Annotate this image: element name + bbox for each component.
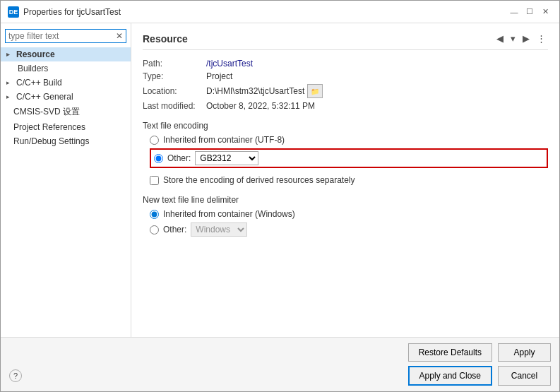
encoding-select[interactable]: GB2312 UTF-8 ISO-8859-1 US-ASCII: [195, 151, 258, 165]
modified-value: October 8, 2022, 5:32:11 PM: [206, 101, 315, 111]
modified-label: Last modified:: [143, 101, 206, 111]
bottom-row-bottom: ? Apply and Close Cancel: [9, 366, 551, 386]
sidebar-item-label-cmsis-svd: CMSIS-SVD 设置: [13, 106, 80, 118]
main-content: Resource ◀ ▾ ▶ ⋮ Path: /tjcUsartTest Typ…: [131, 23, 559, 337]
title-bar: DE Properties for tjcUsartTest — ☐ ✕: [1, 1, 559, 23]
store-encoding-checkbox[interactable]: [150, 176, 159, 185]
cancel-button[interactable]: Cancel: [498, 366, 551, 386]
nav-forward-button[interactable]: ▶: [520, 32, 532, 45]
other-encoding-container: Other: GB2312 UTF-8 ISO-8859-1 US-ASCII: [150, 148, 548, 168]
type-label: Type:: [143, 71, 206, 81]
sidebar-item-builders[interactable]: Builders: [1, 61, 131, 76]
title-controls: — ☐ ✕: [507, 6, 552, 18]
path-value: /tjcUsartTest: [206, 59, 253, 69]
sidebar: ✕ ▸ Resource Builders ▸ C/C++ Build ▸ C/…: [1, 23, 131, 337]
delimiter-select[interactable]: Windows Unix Mac: [191, 222, 247, 237]
apply-button[interactable]: Apply: [498, 343, 551, 362]
encoding-inherited-radio[interactable]: [150, 136, 159, 145]
apply-and-close-button[interactable]: Apply and Close: [408, 366, 492, 386]
restore-defaults-button[interactable]: Restore Defaults: [408, 343, 492, 362]
filter-clear-button[interactable]: ✕: [116, 32, 123, 40]
delimiter-other-label: Other:: [163, 225, 186, 234]
sidebar-item-project-references[interactable]: Project References: [1, 120, 131, 134]
store-encoding-row: Store the encoding of derived resources …: [150, 175, 548, 185]
sidebar-item-label-builders: Builders: [18, 64, 48, 73]
location-label: Location:: [143, 86, 206, 96]
type-row: Type: Project: [143, 71, 548, 81]
sidebar-item-label-project-references: Project References: [13, 122, 85, 132]
filter-box[interactable]: ✕: [5, 29, 126, 43]
path-label: Path:: [143, 59, 206, 69]
location-value: D:\HMI\stm32\tjcUsartTest: [206, 86, 304, 96]
path-row: Path: /tjcUsartTest: [143, 59, 548, 69]
close-button[interactable]: ✕: [538, 6, 552, 18]
maximize-button[interactable]: ☐: [523, 6, 537, 18]
sidebar-item-run-debug[interactable]: Run/Debug Settings: [1, 134, 131, 148]
delimiter-other-radio[interactable]: [150, 225, 159, 234]
title-bar-left: DE Properties for tjcUsartTest: [8, 6, 121, 18]
help-button[interactable]: ?: [9, 369, 22, 382]
expand-arrow-resource: ▸: [6, 51, 13, 58]
encoding-other-radio[interactable]: [154, 154, 163, 163]
inherited-encoding-row: Inherited from container (UTF-8): [150, 135, 548, 145]
type-value: Project: [206, 71, 232, 81]
location-row: Location: D:\HMI\stm32\tjcUsartTest 📁: [143, 84, 548, 98]
expand-arrow-cpp-general: ▸: [6, 93, 13, 100]
delimiter-inherited-radio[interactable]: [150, 210, 159, 219]
browse-button[interactable]: 📁: [307, 84, 323, 98]
main-title: Resource: [143, 33, 188, 44]
sidebar-item-label-run-debug: Run/Debug Settings: [13, 136, 89, 146]
dialog-body: ✕ ▸ Resource Builders ▸ C/C++ Build ▸ C/…: [1, 23, 559, 337]
delimiter-section-title: New text file line delimiter: [143, 195, 548, 205]
sidebar-item-resource[interactable]: ▸ Resource: [1, 47, 131, 61]
encoding-inherited-label: Inherited from container (UTF-8): [163, 135, 285, 145]
encoding-other-label: Other:: [167, 153, 191, 163]
nav-menu-button[interactable]: ⋮: [535, 32, 548, 45]
main-header: Resource ◀ ▾ ▶ ⋮: [143, 32, 548, 50]
nav-back-button[interactable]: ◀: [494, 32, 506, 45]
encoding-section-title: Text file encoding: [143, 121, 548, 131]
delimiter-inherited-label: Inherited from container (Windows): [163, 209, 295, 219]
filter-input[interactable]: [8, 31, 116, 41]
sidebar-item-cpp-build[interactable]: ▸ C/C++ Build: [1, 76, 131, 90]
app-icon: DE: [8, 6, 19, 18]
properties-dialog: DE Properties for tjcUsartTest — ☐ ✕ ✕ ▸…: [0, 0, 560, 392]
other-delimiter-row: Other: Windows Unix Mac: [150, 222, 548, 237]
sidebar-item-label-resource: Resource: [16, 49, 55, 59]
nav-icons: ◀ ▾ ▶ ⋮: [494, 32, 548, 45]
sidebar-item-label-cpp-build: C/C++ Build: [16, 78, 62, 88]
sidebar-item-label-cpp-general: C/C++ General: [16, 92, 73, 102]
sidebar-item-cpp-general[interactable]: ▸ C/C++ General: [1, 90, 131, 104]
inherited-delimiter-row: Inherited from container (Windows): [150, 209, 548, 219]
expand-arrow-cpp-build: ▸: [6, 79, 13, 86]
sidebar-item-cmsis-svd[interactable]: CMSIS-SVD 设置: [1, 104, 131, 120]
minimize-button[interactable]: —: [507, 6, 521, 18]
modified-row: Last modified: October 8, 2022, 5:32:11 …: [143, 101, 548, 111]
bottom-row-top: Restore Defaults Apply: [9, 343, 551, 362]
action-buttons: Apply and Close Cancel: [408, 366, 551, 386]
bottom-bar: Restore Defaults Apply ? Apply and Close…: [1, 337, 559, 391]
store-encoding-label: Store the encoding of derived resources …: [163, 175, 355, 185]
dialog-title: Properties for tjcUsartTest: [23, 7, 121, 17]
nav-dropdown-button[interactable]: ▾: [508, 32, 518, 45]
